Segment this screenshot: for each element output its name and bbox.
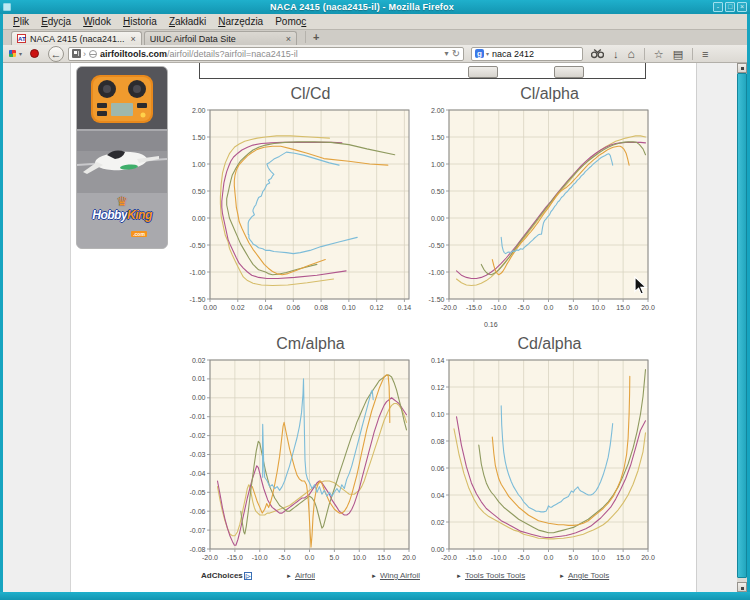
ad-footer: AdChoices▷ ►Airfoil ►Wing Airfoil ►Tools… bbox=[71, 571, 696, 585]
url-path[interactable]: /airfoil/details?airfoil=naca2415-il bbox=[167, 49, 445, 59]
menu-plik[interactable]: Plik bbox=[7, 15, 35, 28]
record-extension-icon[interactable] bbox=[30, 49, 39, 58]
svg-text:5.0: 5.0 bbox=[569, 554, 579, 561]
menu-edycja[interactable]: Edycja bbox=[35, 15, 77, 28]
hamburger-menu-icon[interactable]: ≡ bbox=[702, 48, 708, 60]
svg-text:0.10: 0.10 bbox=[431, 411, 445, 418]
svg-text:2.00: 2.00 bbox=[431, 107, 445, 114]
vertical-scrollbar[interactable] bbox=[737, 63, 747, 592]
chart-cl-cd: Cl/Cd 0.000.020.040.060.080.100.120.14-1… bbox=[176, 85, 413, 317]
chart-plot-cm-alpha[interactable]: -20.0-15.0-10.0-5.00.05.010.015.020.0-0.… bbox=[176, 357, 413, 567]
tab-uiuc-airfoil[interactable]: UIUC Airfoil Data Site × bbox=[144, 31, 297, 45]
new-tab-button[interactable]: + bbox=[305, 31, 319, 43]
ad-link-tools[interactable]: ►Tools Tools Tools bbox=[456, 571, 525, 580]
rc-plane-ad[interactable] bbox=[77, 131, 167, 193]
back-button[interactable]: ← bbox=[48, 46, 64, 62]
adchoices-label[interactable]: AdChoices▷ bbox=[201, 571, 252, 580]
rc-transmitter-ad[interactable] bbox=[77, 67, 167, 129]
svg-text:0.06: 0.06 bbox=[431, 465, 445, 472]
url-dropdown-caret-icon[interactable]: ▾ bbox=[445, 49, 449, 58]
reload-icon[interactable]: ↻ bbox=[452, 48, 460, 59]
close-button[interactable]: × bbox=[737, 2, 747, 12]
svg-text:15.0: 15.0 bbox=[377, 554, 391, 561]
chart-title: Cl/Cd bbox=[176, 85, 413, 107]
menu-widok[interactable]: Widok bbox=[77, 15, 117, 28]
chart-plot-cd-alpha[interactable]: -20.0-15.0-10.0-5.00.05.010.015.020.00.0… bbox=[415, 357, 652, 567]
polar-form-box bbox=[199, 63, 646, 79]
svg-text:0.00: 0.00 bbox=[192, 394, 206, 401]
search-query[interactable]: naca 2412 bbox=[492, 49, 534, 59]
svg-text:5.0: 5.0 bbox=[330, 554, 340, 561]
hobbyking-logo-ad[interactable]: ♛ HobbyKing .com bbox=[77, 193, 167, 248]
minimize-button[interactable]: - bbox=[713, 2, 723, 12]
svg-text:10.0: 10.0 bbox=[591, 304, 605, 311]
svg-text:0.14: 0.14 bbox=[431, 357, 445, 364]
tab-close-icon[interactable]: × bbox=[286, 34, 291, 44]
extension-caret-icon[interactable]: ▾ bbox=[19, 50, 22, 57]
search-engine-icon[interactable]: g bbox=[475, 49, 484, 58]
bookmark-star-icon[interactable]: ☆ bbox=[654, 48, 664, 60]
window-titlebar[interactable]: NACA 2415 (naca2415-il) - Mozilla Firefo… bbox=[0, 0, 750, 14]
chart-plot-cl-cd[interactable]: 0.000.020.040.060.080.100.120.14-1.50-1.… bbox=[176, 107, 413, 317]
bookmark-list-icon[interactable]: ▤ bbox=[673, 48, 683, 60]
browser-window: NACA 2415 (naca2415-il) - Mozilla Firefo… bbox=[0, 0, 750, 600]
extension-icon[interactable] bbox=[9, 50, 16, 57]
link-arrow-icon: ► bbox=[559, 573, 565, 579]
svg-text:10.0: 10.0 bbox=[352, 554, 366, 561]
svg-text:0.50: 0.50 bbox=[192, 188, 206, 195]
svg-text:0.0: 0.0 bbox=[544, 304, 554, 311]
menu-historia[interactable]: Historia bbox=[117, 15, 163, 28]
svg-text:-15.0: -15.0 bbox=[227, 554, 243, 561]
tab-naca-2415[interactable]: AT NACA 2415 (naca241... × bbox=[11, 31, 142, 45]
svg-text:-15.0: -15.0 bbox=[466, 304, 482, 311]
tab-close-icon[interactable]: × bbox=[131, 34, 136, 44]
chart-plot-cl-alpha[interactable]: -20.0-15.0-10.0-5.00.05.010.015.020.0-1.… bbox=[415, 107, 652, 317]
scroll-up-button[interactable] bbox=[737, 63, 747, 73]
svg-text:-5.0: -5.0 bbox=[518, 304, 530, 311]
svg-text:15.0: 15.0 bbox=[616, 554, 630, 561]
svg-text:-0.05: -0.05 bbox=[190, 489, 206, 496]
svg-text:0.12: 0.12 bbox=[370, 304, 384, 311]
tab-groups-icon[interactable] bbox=[72, 49, 81, 58]
svg-text:-15.0: -15.0 bbox=[466, 554, 482, 561]
search-caret-icon[interactable]: ▾ bbox=[486, 50, 489, 57]
scroll-down-button[interactable] bbox=[737, 582, 747, 592]
chevron-right-icon: › bbox=[83, 49, 86, 59]
ad-link-airfoil[interactable]: ►Airfoil bbox=[286, 571, 315, 580]
svg-text:0.01: 0.01 bbox=[192, 375, 206, 382]
svg-text:0.04: 0.04 bbox=[431, 492, 445, 499]
svg-text:20.0: 20.0 bbox=[641, 304, 655, 311]
window-border bbox=[0, 14, 3, 600]
menu-zakładki[interactable]: Zakładki bbox=[163, 15, 212, 28]
svg-text:1.50: 1.50 bbox=[431, 134, 445, 141]
scrollbar-thumb[interactable] bbox=[737, 73, 747, 578]
url-domain[interactable]: airfoiltools.com bbox=[100, 49, 167, 59]
menu-narzędzia[interactable]: Narzędzia bbox=[212, 15, 269, 28]
svg-text:-0.02: -0.02 bbox=[190, 432, 206, 439]
form-button[interactable] bbox=[468, 66, 498, 78]
window-menu-icon[interactable] bbox=[3, 3, 11, 11]
menu-pomoc[interactable]: Pomoc bbox=[269, 15, 312, 28]
ad-link-wing-airfoil[interactable]: ►Wing Airfoil bbox=[371, 571, 420, 580]
form-button[interactable] bbox=[554, 66, 584, 78]
svg-text:-20.0: -20.0 bbox=[441, 304, 457, 311]
downloads-icon[interactable]: ↓ bbox=[613, 48, 619, 60]
window-border bbox=[0, 592, 750, 600]
svg-text:-1.00: -1.00 bbox=[190, 269, 206, 276]
svg-text:-1.00: -1.00 bbox=[429, 269, 445, 276]
tab-title: NACA 2415 (naca241... bbox=[30, 34, 125, 44]
svg-text:-0.07: -0.07 bbox=[190, 527, 206, 534]
svg-text:1.00: 1.00 bbox=[431, 161, 445, 168]
toolbar-separator bbox=[692, 48, 693, 60]
search-input[interactable]: g ▾ naca 2412 bbox=[471, 47, 583, 61]
nav-toolbar: ▾ ← › airfoiltools.com /airfoil/details?… bbox=[3, 45, 747, 63]
maximize-button[interactable]: □ bbox=[725, 2, 735, 12]
svg-text:0.06: 0.06 bbox=[287, 304, 301, 311]
url-bar[interactable]: › airfoiltools.com /airfoil/details?airf… bbox=[68, 47, 464, 61]
find-binoculars-icon[interactable] bbox=[591, 48, 604, 59]
svg-text:0.00: 0.00 bbox=[431, 546, 445, 553]
tabbar: AT NACA 2415 (naca241... × UIUC Airfoil … bbox=[3, 30, 747, 45]
home-icon[interactable]: ⌂ bbox=[628, 48, 635, 60]
ad-link-angle-tools[interactable]: ►Angle Tools bbox=[559, 571, 609, 580]
airfoiltools-favicon: AT bbox=[17, 34, 26, 43]
